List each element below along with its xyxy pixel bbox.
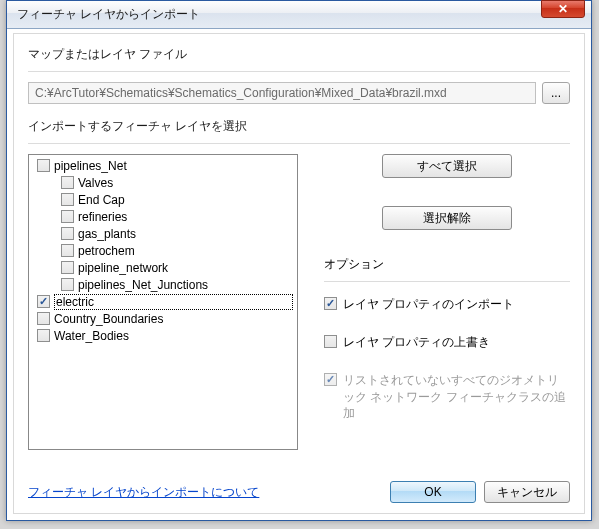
layer-item[interactable]: Country_Boundaries — [29, 310, 297, 327]
layer-label: Valves — [78, 176, 113, 190]
layers-group: インポートするフィーチャ レイヤを選択 pipelines_NetValvesE… — [28, 118, 570, 471]
layer-item[interactable]: gas_plants — [29, 225, 297, 242]
option-add-unlisted: リストされていないすべてのジオメトリック ネットワーク フィーチャクラスの追加 — [324, 372, 570, 421]
checkbox-icon[interactable] — [61, 278, 74, 291]
layer-label: electric — [54, 294, 293, 310]
ellipsis-icon: ... — [551, 86, 561, 100]
layer-item[interactable]: pipeline_network — [29, 259, 297, 276]
titlebar: フィーチャ レイヤからインポート ✕ — [7, 1, 591, 29]
layer-label: petrochem — [78, 244, 135, 258]
close-button[interactable]: ✕ — [541, 0, 585, 18]
browse-button[interactable]: ... — [542, 82, 570, 104]
checkbox-icon — [324, 335, 337, 348]
option-label: レイヤ プロパティの上書き — [343, 334, 490, 350]
checkbox-icon[interactable] — [37, 312, 50, 325]
inner-panel: マップまたはレイヤ ファイル ... インポートするフィーチャ レイヤを選択 p… — [13, 33, 585, 514]
layers-label: インポートするフィーチャ レイヤを選択 — [28, 118, 570, 135]
layers-listbox[interactable]: pipelines_NetValvesEnd Caprefineriesgas_… — [28, 154, 298, 450]
layer-label: Country_Boundaries — [54, 312, 163, 326]
cancel-button[interactable]: キャンセル — [484, 481, 570, 503]
checkbox-icon[interactable] — [61, 210, 74, 223]
checkbox-icon[interactable] — [61, 193, 74, 206]
divider — [324, 281, 570, 282]
option-label: リストされていないすべてのジオメトリック ネットワーク フィーチャクラスの追加 — [343, 372, 570, 421]
help-link[interactable]: フィーチャ レイヤからインポートについて — [28, 484, 259, 501]
layer-item[interactable]: pipelines_Net_Junctions — [29, 276, 297, 293]
checkbox-icon[interactable] — [37, 159, 50, 172]
layer-label: End Cap — [78, 193, 125, 207]
divider — [28, 71, 570, 72]
footer: フィーチャ レイヤからインポートについて OK キャンセル — [28, 481, 570, 503]
checkbox-icon[interactable] — [61, 261, 74, 274]
right-column: すべて選択 選択解除 オプション レイヤ プロパティのインポート — [324, 154, 570, 471]
checkbox-icon[interactable] — [61, 244, 74, 257]
layer-item[interactable]: Valves — [29, 174, 297, 191]
deselect-button[interactable]: 選択解除 — [382, 206, 512, 230]
path-row: ... — [28, 82, 570, 104]
layer-label: Water_Bodies — [54, 329, 129, 343]
checkbox-icon[interactable] — [37, 295, 50, 308]
layer-label: pipelines_Net_Junctions — [78, 278, 208, 292]
layer-item[interactable]: Water_Bodies — [29, 327, 297, 344]
checkbox-icon — [324, 373, 337, 386]
option-label: レイヤ プロパティのインポート — [343, 296, 514, 312]
checkbox-icon[interactable] — [61, 227, 74, 240]
ok-button[interactable]: OK — [390, 481, 476, 503]
layer-label: pipeline_network — [78, 261, 168, 275]
dialog-window: フィーチャ レイヤからインポート ✕ マップまたはレイヤ ファイル ... イン… — [6, 0, 592, 521]
layer-label: pipelines_Net — [54, 159, 127, 173]
layer-item[interactable]: electric — [29, 293, 297, 310]
option-overwrite-props[interactable]: レイヤ プロパティの上書き — [324, 334, 570, 350]
layer-label: refineries — [78, 210, 127, 224]
layer-item[interactable]: pipelines_Net — [29, 157, 297, 174]
main-row: pipelines_NetValvesEnd Caprefineriesgas_… — [28, 154, 570, 471]
option-import-props[interactable]: レイヤ プロパティのインポート — [324, 296, 570, 312]
layer-item[interactable]: petrochem — [29, 242, 297, 259]
map-file-label: マップまたはレイヤ ファイル — [28, 46, 570, 63]
window-title: フィーチャ レイヤからインポート — [17, 6, 541, 23]
path-input[interactable] — [28, 82, 536, 104]
select-all-button[interactable]: すべて選択 — [382, 154, 512, 178]
divider — [28, 143, 570, 144]
checkbox-icon[interactable] — [61, 176, 74, 189]
layer-item[interactable]: End Cap — [29, 191, 297, 208]
layer-label: gas_plants — [78, 227, 136, 241]
options-label: オプション — [324, 256, 570, 273]
checkbox-icon — [324, 297, 337, 310]
checkbox-icon[interactable] — [37, 329, 50, 342]
layer-item[interactable]: refineries — [29, 208, 297, 225]
close-icon: ✕ — [558, 3, 568, 15]
content-area: マップまたはレイヤ ファイル ... インポートするフィーチャ レイヤを選択 p… — [7, 29, 591, 520]
map-file-group: マップまたはレイヤ ファイル ... — [28, 46, 570, 104]
